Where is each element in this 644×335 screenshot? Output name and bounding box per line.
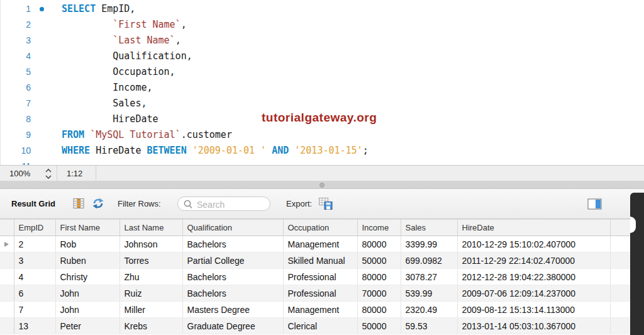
table-cell[interactable]: Management [283, 236, 357, 253]
search-box[interactable] [177, 196, 270, 211]
table-cell[interactable]: Masters Degree [182, 302, 283, 318]
mysql-workbench-window: 1SELECT EmpID,2 `First Name`,3 `Last Nam… [0, 0, 644, 335]
table-row[interactable]: 7JohnMillerMasters DegreeManagement80000… [0, 302, 630, 318]
table-cell[interactable]: 3399.99 [401, 236, 457, 253]
pane-splitter[interactable] [0, 181, 644, 189]
right-scrollbar-strip[interactable] [630, 193, 644, 335]
splitter-handle-icon[interactable] [319, 183, 325, 188]
table-cell[interactable]: Graduate Degree [182, 318, 283, 334]
table-cell[interactable]: 80000 [357, 302, 401, 318]
table-cell[interactable]: 2011-12-29 22:14:02.470000 [457, 253, 610, 269]
table-cell[interactable]: John [55, 302, 119, 318]
table-cell[interactable]: 3078.27 [401, 269, 457, 285]
table-cell[interactable]: 699.0982 [401, 253, 457, 269]
table-cell[interactable]: Professional [283, 269, 357, 285]
table-cell[interactable]: 50000 [357, 253, 401, 269]
table-cell[interactable]: Ruiz [119, 285, 182, 302]
table-cell[interactable]: 6 [14, 285, 55, 302]
table-cell[interactable]: Rob [55, 236, 119, 253]
table-cell[interactable]: 13 [14, 318, 55, 334]
sql-editor[interactable]: 1SELECT EmpID,2 `First Name`,3 `Last Nam… [0, 0, 644, 165]
table-cell[interactable]: 3 [14, 253, 55, 269]
search-input[interactable] [196, 198, 269, 211]
row-selector[interactable] [0, 253, 14, 269]
table-cell[interactable]: 80000 [357, 269, 401, 285]
table-cell[interactable]: Miller [119, 302, 182, 318]
table-row[interactable]: 2RobJohnsonBachelorsManagement800003399.… [0, 236, 630, 253]
table-cell[interactable]: Bachelors [182, 236, 283, 253]
table-cell[interactable]: 59.53 [401, 318, 457, 334]
column-header[interactable]: Last Name [119, 220, 182, 236]
table-cell[interactable]: 4 [14, 269, 55, 285]
code-line[interactable]: 7 Sales, [1, 96, 644, 111]
code-line[interactable]: 4 Qualification, [1, 48, 644, 64]
line-number: 6 [1, 80, 31, 96]
table-cell[interactable]: 50000 [357, 318, 401, 334]
column-header[interactable]: Sales [401, 220, 457, 236]
refresh-button[interactable] [91, 198, 105, 210]
table-row[interactable]: 13PeterKrebsGraduate DegreeClerical50000… [0, 318, 630, 334]
code-text: Qualification, [62, 48, 644, 64]
row-selector[interactable] [0, 285, 14, 302]
code-line[interactable]: 10WHERE HireDate BETWEEN '2009-01-01 ' A… [1, 143, 644, 159]
table-cell[interactable]: Skilled Manual [283, 253, 357, 269]
table-cell[interactable]: Clerical [283, 318, 357, 334]
collapse-tab[interactable] [630, 217, 636, 233]
table-cell[interactable]: 70000 [357, 285, 401, 302]
table-cell[interactable]: Bachelors [182, 285, 283, 302]
table-cell[interactable]: 2 [14, 236, 55, 253]
table-row[interactable]: 6JohnRuizBachelorsProfessional70000539.9… [0, 285, 630, 302]
column-header[interactable]: First Name [55, 220, 119, 236]
export-label: Export: [286, 189, 312, 219]
table-cell[interactable]: Ruben [55, 253, 119, 269]
table-cell[interactable]: 7 [14, 302, 55, 318]
table-row[interactable]: 3RubenTorresPartial CollegeSkilled Manua… [0, 253, 630, 269]
table-row[interactable]: 4ChristyZhuBachelorsProfessional80000307… [0, 269, 630, 285]
table-cell[interactable]: 2009-08-12 15:13:14.113000 [457, 302, 610, 318]
sidebar-toggle-button[interactable] [587, 198, 602, 210]
table-cell[interactable]: 2012-12-28 19:04:22.380000 [457, 269, 610, 285]
table-cell[interactable]: Bachelors [182, 269, 283, 285]
code-line[interactable]: 5 Occupation, [1, 64, 644, 80]
table-cell[interactable]: 2320.49 [401, 302, 457, 318]
table-cell-filler [610, 253, 630, 269]
zoom-stepper[interactable] [45, 168, 52, 179]
search-icon [184, 200, 192, 209]
row-selector[interactable] [0, 302, 14, 318]
column-header[interactable]: Occupation [283, 220, 357, 236]
code-line[interactable]: 1SELECT EmpID, [1, 1, 644, 17]
column-header[interactable]: HireDate [457, 220, 610, 236]
table-cell[interactable]: 2009-07-06 12:09:14.237000 [457, 285, 610, 302]
grid-columns-button[interactable] [72, 198, 86, 210]
table-cell[interactable]: 2013-01-14 05:03:10.367000 [457, 318, 610, 334]
code-line[interactable]: 9FROM `MySQL Tutorial`.customer [1, 127, 644, 143]
column-header[interactable]: Income [357, 220, 401, 236]
table-cell[interactable]: 539.99 [401, 285, 457, 302]
table-cell[interactable]: Peter [55, 318, 119, 334]
code-line[interactable]: 6 Income, [1, 80, 644, 96]
code-line[interactable]: 2 `First Name`, [1, 17, 644, 33]
header-gutter [0, 220, 14, 236]
table-cell[interactable]: 2010-12-29 15:10:02.407000 [457, 236, 610, 253]
row-selector[interactable] [0, 236, 14, 253]
table-cell[interactable]: Zhu [119, 269, 182, 285]
export-button[interactable] [318, 198, 333, 210]
column-header[interactable]: EmpID [14, 220, 55, 236]
table-cell[interactable]: John [55, 285, 119, 302]
table-cell[interactable]: Johnson [119, 236, 182, 253]
code-line[interactable]: 11 [1, 159, 644, 165]
result-table: EmpIDFirst NameLast NameQualificationOcc… [0, 219, 631, 334]
table-cell[interactable]: Management [283, 302, 357, 318]
row-selector[interactable] [0, 318, 14, 334]
table-cell[interactable]: Krebs [119, 318, 182, 334]
table-cell-filler [610, 285, 630, 302]
table-cell[interactable]: Professional [283, 285, 357, 302]
row-selector[interactable] [0, 269, 14, 285]
code-line[interactable]: 3 `Last Name`, [1, 33, 644, 48]
column-header[interactable]: Qualification [182, 220, 283, 236]
table-cell[interactable]: Christy [55, 269, 119, 285]
table-cell[interactable]: Partial College [182, 253, 283, 269]
code-text: Income, [62, 80, 644, 96]
table-cell[interactable]: 80000 [357, 236, 401, 253]
table-cell[interactable]: Torres [119, 253, 182, 269]
